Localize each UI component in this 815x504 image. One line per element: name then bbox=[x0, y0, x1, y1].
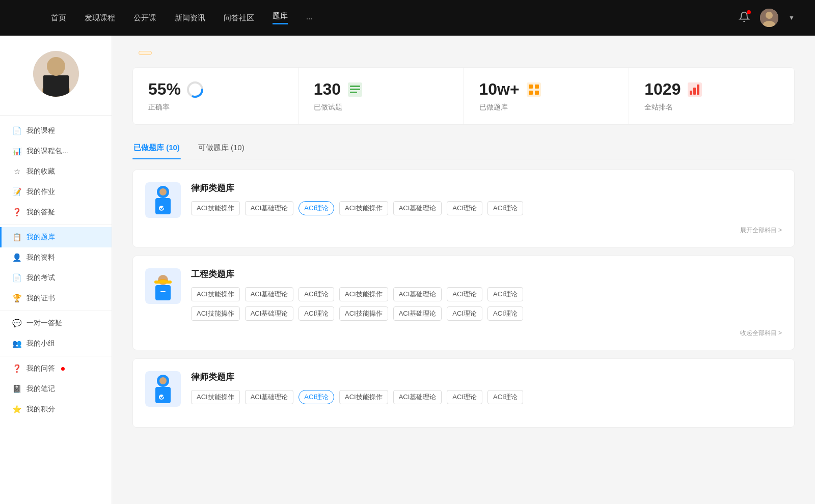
navbar: 首页发现课程公开课新闻资讯问答社区题库··· ▼ bbox=[0, 0, 815, 36]
subject-tag[interactable]: ACI技能操作 bbox=[191, 390, 240, 404]
svg-rect-10 bbox=[350, 86, 360, 87]
qbank-avatar bbox=[145, 371, 181, 407]
subject-tag[interactable]: ACI理论 bbox=[487, 201, 523, 215]
qbank-title: 律师类题库 bbox=[191, 371, 782, 383]
notification-bell-icon[interactable] bbox=[739, 11, 750, 24]
nav-item[interactable]: ··· bbox=[306, 14, 313, 22]
nav-item[interactable]: 问答社区 bbox=[224, 13, 254, 23]
subject-tag[interactable]: ACI理论 bbox=[298, 287, 334, 301]
nav-item[interactable]: 公开课 bbox=[133, 13, 156, 23]
sidebar-label: 我的考试 bbox=[26, 273, 55, 283]
subject-tag[interactable]: ACI技能操作 bbox=[191, 201, 240, 215]
user-avatar[interactable] bbox=[760, 9, 778, 27]
sidebar-item-我的课程[interactable]: 📄 我的课程 bbox=[0, 121, 112, 141]
sidebar-icon: 📄 bbox=[12, 126, 21, 135]
sidebar-item-我的问答[interactable]: ❓ 我的问答 bbox=[0, 358, 112, 379]
sidebar-item-我的课程包...[interactable]: 📊 我的课程包... bbox=[0, 141, 112, 161]
sidebar-icon: ❓ bbox=[12, 208, 21, 217]
subject-tag[interactable]: ACI技能操作 bbox=[191, 287, 240, 301]
svg-rect-27 bbox=[155, 285, 171, 300]
nav-item[interactable]: 发现课程 bbox=[85, 13, 115, 23]
subject-tag[interactable]: ACI基础理论 bbox=[245, 201, 294, 215]
qbank-title: 工程类题库 bbox=[191, 268, 782, 280]
sidebar-label: 我的资料 bbox=[26, 253, 55, 262]
stat-icon bbox=[346, 80, 364, 99]
sidebar-item-我的证书[interactable]: 🏆 我的证书 bbox=[0, 288, 112, 309]
stat-label: 已做题库 bbox=[479, 103, 614, 112]
subject-tag[interactable]: ACI技能操作 bbox=[339, 390, 388, 404]
sidebar-divider bbox=[0, 311, 112, 311]
stat-icon bbox=[186, 80, 204, 99]
svg-point-24 bbox=[159, 188, 167, 195]
sidebar-item-我的积分[interactable]: ⭐ 我的积分 bbox=[0, 399, 112, 419]
sidebar-icon: 📊 bbox=[12, 147, 21, 156]
sidebar: 📄 我的课程 📊 我的课程包... ☆ 我的收藏 📝 我的作业 ❓ 我的答疑 📋… bbox=[0, 36, 112, 504]
subject-tag[interactable]: ACI理论 bbox=[487, 390, 523, 404]
subject-tag[interactable]: ACI技能操作 bbox=[191, 306, 240, 321]
subject-tag[interactable]: ACI理论 bbox=[447, 201, 482, 215]
sidebar-icon: 💬 bbox=[12, 319, 21, 328]
expand-button[interactable]: 展开全部科目 > bbox=[740, 226, 782, 235]
tab-item[interactable]: 可做题库 (10) bbox=[197, 139, 246, 159]
stats-row: 55% 正确率 130 已做试题 10w+ 已做题库 bbox=[132, 67, 795, 125]
subject-tag[interactable]: ACI理论 bbox=[298, 306, 334, 321]
tags-row2: ACI技能操作ACI基础理论ACI理论ACI技能操作ACI基础理论ACI理论AC… bbox=[191, 306, 782, 321]
sidebar-icon: 📓 bbox=[12, 384, 21, 394]
page-header bbox=[132, 51, 795, 55]
qbank-body: 律师类题库 ACI技能操作ACI基础理论ACI理论ACI技能操作ACI基础理论A… bbox=[191, 371, 782, 404]
subject-tag[interactable]: ACI理论 bbox=[447, 306, 482, 321]
sidebar-label: 我的作业 bbox=[26, 187, 55, 197]
subject-tag[interactable]: ACI技能操作 bbox=[339, 306, 388, 321]
svg-rect-15 bbox=[535, 85, 539, 89]
subject-tag[interactable]: ACI基础理论 bbox=[393, 306, 442, 321]
subject-tag[interactable]: ACI基础理论 bbox=[245, 306, 294, 321]
subject-tag[interactable]: ACI基础理论 bbox=[245, 287, 294, 301]
subject-tag[interactable]: ACI理论 bbox=[487, 287, 523, 301]
subject-tag[interactable]: ACI理论 bbox=[298, 390, 334, 404]
sidebar-label: 我的证书 bbox=[26, 294, 55, 303]
nav-item[interactable]: 首页 bbox=[51, 13, 66, 23]
sidebar-item-一对一答疑[interactable]: 💬 一对一答疑 bbox=[0, 313, 112, 333]
sidebar-item-我的考试[interactable]: 📄 我的考试 bbox=[0, 268, 112, 288]
qbank-header: 律师类题库 ACI技能操作ACI基础理论ACI理论ACI技能操作ACI基础理论A… bbox=[145, 371, 782, 407]
expand-button[interactable]: 收起全部科目 > bbox=[740, 329, 782, 338]
sidebar-item-我的作业[interactable]: 📝 我的作业 bbox=[0, 182, 112, 202]
subject-tag[interactable]: ACI基础理论 bbox=[393, 201, 442, 215]
svg-rect-19 bbox=[690, 91, 692, 95]
svg-rect-11 bbox=[350, 89, 360, 90]
sidebar-item-我的小组[interactable]: 👥 我的小组 bbox=[0, 333, 112, 354]
sidebar-item-我的收藏[interactable]: ☆ 我的收藏 bbox=[0, 161, 112, 182]
sidebar-icon: 📄 bbox=[12, 273, 21, 283]
subject-tag[interactable]: ACI理论 bbox=[447, 390, 482, 404]
svg-rect-6 bbox=[43, 75, 69, 97]
subject-tag[interactable]: ACI技能操作 bbox=[339, 287, 388, 301]
nav-item[interactable]: 新闻资讯 bbox=[175, 13, 205, 23]
sidebar-item-我的题库[interactable]: 📋 我的题库 bbox=[0, 227, 112, 247]
stat-card: 1029 全站排名 bbox=[629, 68, 794, 124]
svg-rect-14 bbox=[529, 85, 533, 89]
tags-row: ACI技能操作ACI基础理论ACI理论ACI技能操作ACI基础理论ACI理论AC… bbox=[191, 287, 782, 301]
sidebar-label: 我的收藏 bbox=[26, 167, 55, 176]
svg-rect-12 bbox=[350, 92, 357, 93]
tabs: 已做题库 (10)可做题库 (10) bbox=[132, 139, 795, 159]
subject-tag[interactable]: ACI基础理论 bbox=[393, 287, 442, 301]
subject-tag[interactable]: ACI基础理论 bbox=[393, 390, 442, 404]
user-dropdown-icon[interactable]: ▼ bbox=[789, 14, 795, 21]
sidebar-item-我的答疑[interactable]: ❓ 我的答疑 bbox=[0, 202, 112, 222]
sidebar-item-我的笔记[interactable]: 📓 我的笔记 bbox=[0, 379, 112, 399]
subject-tag[interactable]: ACI理论 bbox=[447, 287, 482, 301]
subject-tag[interactable]: ACI理论 bbox=[487, 306, 523, 321]
nav-item[interactable]: 题库 bbox=[273, 11, 288, 24]
subject-tag[interactable]: ACI基础理论 bbox=[245, 390, 294, 404]
profile-avatar bbox=[33, 51, 79, 97]
subject-tag[interactable]: ACI技能操作 bbox=[339, 201, 388, 215]
qbank-header: 工程类题库 ACI技能操作ACI基础理论ACI理论ACI技能操作ACI基础理论A… bbox=[145, 268, 782, 321]
sidebar-item-我的资料[interactable]: 👤 我的资料 bbox=[0, 247, 112, 268]
tab-item[interactable]: 已做题库 (10) bbox=[132, 139, 181, 159]
qbank-card: 律师类题库 ACI技能操作ACI基础理论ACI理论ACI技能操作ACI基础理论A… bbox=[132, 358, 795, 428]
subject-tag[interactable]: ACI理论 bbox=[298, 201, 334, 215]
sidebar-icon: ☆ bbox=[12, 167, 21, 176]
sidebar-menu: 📄 我的课程 📊 我的课程包... ☆ 我的收藏 📝 我的作业 ❓ 我的答疑 📋… bbox=[0, 116, 112, 419]
qbank-body: 工程类题库 ACI技能操作ACI基础理论ACI理论ACI技能操作ACI基础理论A… bbox=[191, 268, 782, 321]
sidebar-label: 我的答疑 bbox=[26, 208, 55, 217]
